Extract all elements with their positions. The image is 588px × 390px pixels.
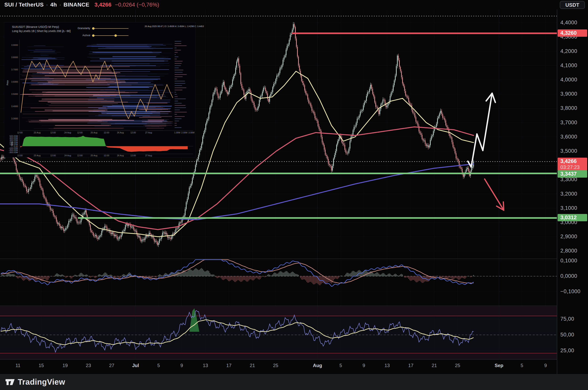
price-axis-label: 3,6000 [560, 134, 577, 140]
inset-time-axis-label: 12:00 [77, 131, 83, 134]
bearish-projection-arrow [485, 179, 504, 210]
support-price-label: 3,3437 [558, 170, 587, 178]
price-axis-label: 2,8000 [560, 248, 577, 254]
macd-indicator [1, 260, 473, 287]
inset-time-axis-label: 12:00 [104, 154, 109, 157]
inset-price-axis-label: 3.8000 [6, 56, 18, 58]
inset-time-axis-label: 27 Aug [145, 154, 152, 157]
current-price-label: 3,4266 03:27:23 [558, 158, 587, 171]
time-axis-label: 13 [385, 363, 390, 368]
inset-time-axis-label: 12:00 [50, 131, 56, 134]
currency-toggle-button[interactable]: USDT [560, 1, 585, 9]
inset-delta-axis-label: -300.00M [6, 151, 18, 153]
time-axis-label: 23 [86, 363, 91, 368]
inset-time-axis-label: 24 Aug [64, 154, 71, 157]
inset-time-axis-label: 25 Aug [91, 131, 97, 134]
inset-volume-axis-label: 2.00M [181, 131, 188, 134]
macd-axis-label: 0,1000 [560, 258, 577, 264]
bar-countdown: 03:27:23 [560, 164, 587, 170]
inset-time-axis-label: 12:00 [130, 131, 136, 134]
tradingview-logo-text[interactable]: TradingView [18, 378, 65, 387]
ma-slow-blue [0, 164, 473, 220]
exchange-label[interactable]: BINANCE [64, 1, 89, 8]
inset-time-axis-label: 26 Aug [117, 154, 124, 157]
inset-time-axis-label: 12:00 [77, 154, 83, 157]
inset-title: SUIUSDT (Binance USDⓈ-M Perp) [12, 25, 59, 29]
support-low-price-value: 3,0312 [560, 215, 577, 220]
price-change-readout: −0,0264 (−0,76%) [115, 1, 159, 8]
price-axis-label: 3,7000 [560, 120, 577, 126]
support-low-price-label: 3,0312 [558, 214, 587, 221]
inset-time-axis-label: 12:00 [130, 154, 136, 157]
interval-label[interactable]: 4h [50, 1, 57, 8]
price-axis-label: 4,4000 [560, 20, 577, 26]
inset-price-axis-label: 3.9000 [6, 44, 18, 46]
time-axis-label: 25 [273, 363, 278, 368]
current-price-value: 3,4266 [560, 158, 577, 164]
time-axis-label: 21 [432, 363, 437, 368]
time-axis-label: Aug [313, 363, 322, 368]
inset-volume-axis-label: 3.00M [189, 131, 195, 134]
liquidation-map-inset: SUIUSDT (Binance USDⓈ-M Perp) Long liq.L… [4, 22, 195, 157]
tradingview-logo-icon[interactable] [5, 378, 15, 386]
time-axis-label: 9 [180, 363, 183, 368]
macd-signal-line [1, 260, 473, 283]
inset-time-axis-label: 24 Aug [64, 131, 71, 134]
price-axis-label: 3,2000 [560, 191, 577, 197]
liquidation-heatmap [4, 22, 195, 157]
time-axis-label: 9 [544, 363, 547, 368]
time-axis-label: 5 [520, 363, 523, 368]
bullish-projection-arrow [468, 93, 495, 167]
time-axis-label: 19 [63, 363, 68, 368]
time-axis[interactable]: 1115192327Jul5913172125Aug5913172125Sep5… [0, 359, 557, 374]
resistance-price-value: 4,3260 [560, 30, 577, 36]
price-axis-label: 3,8000 [560, 105, 577, 111]
time-axis-label: 21 [250, 363, 255, 368]
inset-delta-positive [20, 136, 188, 146]
price-axis-label: 4,0000 [560, 77, 577, 83]
time-axis-label: 17 [408, 363, 414, 368]
inset-time-axis-label: 12:00 [17, 154, 23, 157]
price-axis-label: 2,9000 [560, 234, 577, 240]
inset-legend-actvol[interactable]: Act/vol [74, 34, 90, 37]
inset-time-axis-label: 12:00 [104, 131, 109, 134]
time-axis-label: 27 [109, 363, 115, 368]
inset-price-axis-label: 3.5000 [6, 93, 18, 95]
inset-ohlc-readout: 26 Aug 2025 08:47 | O: 3.4508 H: 3.4584 … [145, 25, 204, 27]
tradingview-window: SUI / TetherUS · 4h · BINANCE 3,4266 −0,… [0, 0, 588, 390]
time-axis-label: Jul [132, 363, 139, 368]
support-price-value: 3,3437 [560, 171, 577, 177]
chart-header: SUI / TetherUS · 4h · BINANCE 3,4266 −0,… [0, 0, 588, 9]
symbol-title[interactable]: SUI / TetherUS [4, 1, 44, 8]
inset-time-axis-label: 12:00 [50, 154, 56, 157]
inset-time-axis-label: 26 Aug [117, 131, 124, 134]
price-axis-label: 3,5000 [560, 148, 577, 154]
inset-volume-axis-label: 1.00M [174, 131, 180, 134]
time-axis-label: Sep [495, 363, 503, 368]
time-axis-label: 15 [39, 363, 44, 368]
inset-delta-negative [20, 146, 188, 152]
inset-subtitle: Long liq.Levels 1B | Short liq.Levels 20… [12, 29, 71, 33]
inset-time-axis-label: 25 Aug [91, 154, 97, 157]
price-axis-label: 4,1000 [560, 62, 577, 69]
inset-time-axis-label: 12:00 [17, 131, 23, 134]
time-axis-label: 13 [203, 363, 208, 368]
time-axis-label: 17 [226, 363, 232, 368]
price-axis-label: 3,9000 [560, 91, 577, 97]
time-axis-label: 11 [16, 363, 21, 368]
inset-price-axis-label: 3.6000 [6, 81, 18, 83]
time-axis-label: 5 [157, 363, 160, 368]
price-axis[interactable]: 4,3260 3,4266 03:27:23 3,3437 3,0312 4,4… [557, 9, 588, 374]
rsi-axis-label: 75,00 [560, 316, 574, 322]
inset-price-axis-label: 3.3000 [6, 117, 18, 120]
macd-axis-label: 0,0000 [560, 273, 577, 279]
resistance-price-label: 4,3260 [558, 29, 587, 37]
inset-price-axis-label: 3.4000 [6, 105, 18, 107]
inset-time-axis-label: 27 Aug [145, 131, 152, 134]
last-price-readout: 3,4266 [94, 1, 112, 8]
time-axis-label: 25 [455, 363, 460, 368]
inset-legend-granularity[interactable]: Granularity [74, 27, 90, 30]
inset-time-axis-label: 23 Aug [34, 131, 40, 134]
price-axis-label: 4,2000 [560, 48, 577, 54]
rsi-axis-label: 25,00 [560, 347, 574, 354]
